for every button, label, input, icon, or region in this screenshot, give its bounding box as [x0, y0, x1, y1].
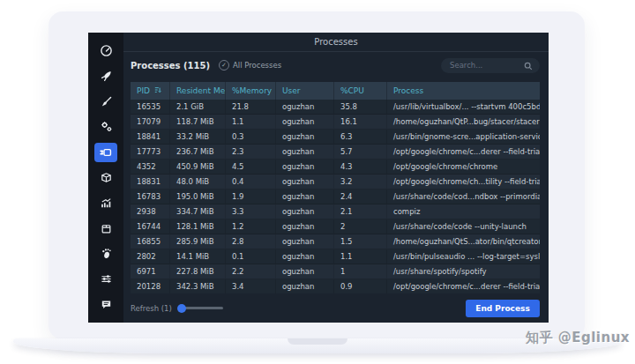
resident-memory-cell: 334.7 MiB — [169, 204, 225, 219]
table-row[interactable]: 165352.1 GiB21.8oguzhan35.8/usr/lib/virt… — [131, 100, 540, 115]
cpu-pct-cell: 6.3 — [333, 130, 386, 145]
memory-pct-cell: 4.5 — [225, 160, 275, 175]
process-table-body: 165352.1 GiB21.8oguzhan35.8/usr/lib/virt… — [131, 100, 540, 293]
pid-cell: 6971 — [131, 264, 169, 279]
sidebar-item-settings[interactable] — [94, 270, 117, 289]
table-row[interactable]: 1884133.2 MiB0.3oguzhan6.3/usr/bin/gnome… — [131, 130, 540, 145]
sidebar-item-resources[interactable] — [94, 193, 117, 212]
column-header-pid[interactable]: PID — [131, 82, 169, 100]
table-header: PID Resident Mer %Memory User %CPU Proce… — [131, 82, 540, 100]
column-header-user[interactable]: User — [275, 82, 333, 100]
column-header-memory-pct[interactable]: %Memory — [225, 82, 275, 100]
process-cell: /opt/google/chrome/c...derer --field-tri… — [386, 279, 540, 293]
cpu-pct-cell: 5.7 — [333, 145, 386, 160]
cpu-pct-cell: 2.4 — [333, 189, 386, 204]
memory-pct-cell: 1.9 — [225, 189, 275, 204]
table-row[interactable]: 16744128.1 MiB1.2oguzhan2/usr/share/code… — [131, 219, 540, 234]
sidebar-item-processes[interactable] — [94, 143, 117, 162]
pid-cell: 16783 — [131, 189, 169, 204]
memory-pct-cell: 3.4 — [225, 279, 275, 293]
search-input[interactable] — [448, 60, 520, 71]
pid-cell: 4352 — [131, 160, 169, 175]
all-processes-checkbox[interactable]: ✓ All Processes — [219, 60, 281, 71]
table-row[interactable]: 16855285.9 MiB2.8oguzhan1.5/home/oguzhan… — [131, 234, 540, 249]
process-cell: /usr/bin/pulseaudio ... --log-target=sys… — [386, 249, 540, 264]
process-cell: /usr/bin/gnome-scre...application-servic… — [386, 130, 540, 145]
sidebar-item-gnome-settings[interactable] — [94, 244, 117, 264]
table-row[interactable]: 6971227.8 MiB2.2oguzhan1/usr/share/spoti… — [131, 264, 540, 279]
sidebar-item-startup-apps[interactable] — [94, 66, 117, 85]
resident-memory-cell: 450.9 MiB — [169, 160, 225, 175]
memory-pct-cell: 0.3 — [225, 130, 275, 145]
table-row[interactable]: 16783195.0 MiB1.9oguzhan2.4/usr/share/co… — [131, 189, 540, 204]
cpu-pct-cell: 3.2 — [333, 175, 386, 189]
user-cell: oguzhan — [275, 160, 333, 175]
column-header-process[interactable]: Process — [386, 82, 540, 100]
resident-memory-cell: 128.1 MiB — [169, 219, 225, 234]
processes-icon — [99, 145, 113, 160]
table-row[interactable]: 280214.1 MiB0.1oguzhan1.1/usr/bin/pulsea… — [131, 249, 540, 264]
cpu-pct-cell: 4.3 — [333, 160, 386, 175]
box-icon — [100, 222, 113, 235]
cpu-pct-cell: 1 — [333, 264, 386, 279]
user-cell: oguzhan — [275, 219, 333, 234]
resident-memory-cell: 285.9 MiB — [169, 234, 225, 249]
user-cell: oguzhan — [275, 234, 333, 249]
pid-cell: 20128 — [131, 279, 169, 293]
column-header-cpu-pct[interactable]: %CPU — [333, 82, 386, 100]
stacer-app-window: Processes Processes (115) ✓ All Processe… — [88, 33, 549, 323]
table-row[interactable]: 17079118.7 MiB1.1oguzhan16.1/home/oguzha… — [131, 115, 540, 130]
process-cell: /home/oguzhan/QtS...ator/bin/qtcreator — [386, 234, 540, 249]
memory-pct-cell: 2.3 — [225, 145, 275, 160]
table-row[interactable]: 4352450.9 MiB4.5oguzhan4.3/opt/google/ch… — [131, 160, 540, 175]
memory-pct-cell: 2.2 — [225, 264, 275, 279]
slider-knob[interactable] — [177, 304, 186, 313]
sidebar-item-services[interactable] — [94, 117, 117, 137]
footer-bar: Refresh (1) End Process — [123, 293, 549, 323]
resident-memory-cell: 33.2 MiB — [169, 130, 225, 145]
refresh-interval-slider[interactable] — [179, 307, 223, 309]
gauge-icon — [100, 44, 113, 57]
cpu-pct-cell: 16.1 — [333, 115, 386, 130]
package-icon — [100, 171, 113, 184]
pid-cell: 16535 — [131, 100, 169, 115]
table-row[interactable]: 1883148.0 MiB0.4oguzhan3.2/opt/google/ch… — [131, 175, 540, 189]
process-cell: /opt/google/chrome/chrome — [386, 160, 540, 175]
search-box[interactable] — [441, 58, 540, 73]
message-icon — [100, 298, 113, 311]
pid-cell: 18831 — [131, 175, 169, 189]
process-cell: /usr/share/code/code --unity-launch — [386, 219, 540, 234]
sort-descending-icon — [154, 82, 161, 100]
user-cell: oguzhan — [275, 130, 333, 145]
pid-cell: 2802 — [131, 249, 169, 264]
chart-icon — [100, 197, 113, 210]
toolbar: Processes (115) ✓ All Processes — [123, 52, 549, 78]
sidebar-item-packages[interactable] — [94, 219, 117, 238]
process-cell: /opt/google/chrome/c...derer --field-tri… — [386, 145, 540, 160]
table-row[interactable]: 20128342.3 MiB3.4oguzhan0.9/opt/google/c… — [131, 279, 540, 293]
process-cell: /opt/google/chrome/ch...tility --field-t… — [386, 175, 540, 189]
table-row[interactable]: 2938334.7 MiB3.3oguzhan2.1compiz — [131, 204, 540, 219]
refresh-label: Refresh (1) — [131, 304, 172, 313]
table-row[interactable]: 17773236.7 MiB2.3oguzhan5.7/opt/google/c… — [131, 145, 540, 160]
user-cell: oguzhan — [275, 145, 333, 160]
checkbox-check-icon: ✓ — [219, 60, 229, 71]
process-cell: /home/oguzhan/QtP...bug/stacer/stacer — [386, 115, 540, 130]
process-cell: compiz — [386, 204, 540, 219]
memory-pct-cell: 2.8 — [225, 234, 275, 249]
memory-pct-cell: 21.8 — [225, 100, 275, 115]
cpu-pct-cell: 0.9 — [333, 279, 386, 293]
pid-cell: 2938 — [131, 204, 169, 219]
sidebar-item-feedback[interactable] — [94, 295, 117, 315]
user-cell: oguzhan — [275, 204, 333, 219]
memory-pct-cell: 0.4 — [225, 175, 275, 189]
sliders-icon — [100, 272, 113, 286]
gnome-foot-icon — [100, 247, 113, 260]
column-header-resident-memory[interactable]: Resident Mer — [169, 82, 225, 100]
memory-pct-cell: 0.1 — [225, 249, 275, 264]
resident-memory-cell: 195.0 MiB — [169, 189, 225, 204]
sidebar-item-system-cleaner[interactable] — [94, 92, 117, 111]
sidebar-item-uninstaller[interactable] — [94, 167, 117, 187]
end-process-button[interactable]: End Process — [466, 300, 540, 317]
sidebar-item-dashboard[interactable] — [94, 41, 117, 60]
